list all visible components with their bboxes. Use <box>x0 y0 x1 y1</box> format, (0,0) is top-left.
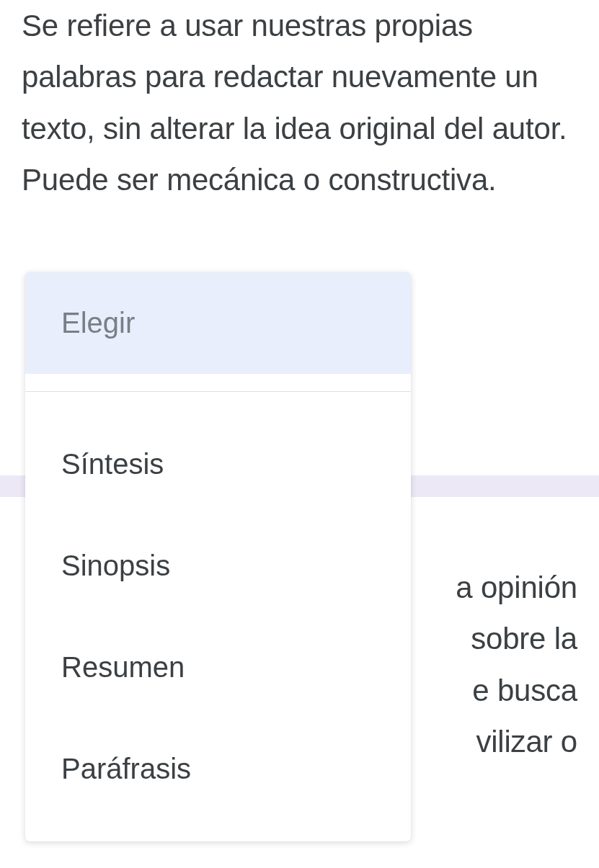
question-text-2-line4: vilizar o <box>476 725 577 759</box>
question-text-2-line1: a opinión <box>456 571 577 604</box>
answer-dropdown[interactable]: Elegir Síntesis Sinopsis Resumen Paráfra… <box>25 272 411 841</box>
question-text-2-line2: sobre la <box>471 622 577 656</box>
question-text-2-line3: e busca <box>472 674 577 707</box>
dropdown-option-parafrasis[interactable]: Paráfrasis <box>25 718 411 820</box>
dropdown-options-list: Síntesis Sinopsis Resumen Paráfrasis <box>25 392 411 841</box>
dropdown-option-resumen[interactable]: Resumen <box>25 617 411 718</box>
dropdown-option-sinopsis[interactable]: Sinopsis <box>25 515 411 617</box>
dropdown-placeholder[interactable]: Elegir <box>25 272 411 374</box>
question-text-1: Se refiere a usar nuestras propias palab… <box>0 0 599 206</box>
dropdown-option-sintesis[interactable]: Síntesis <box>25 413 411 515</box>
